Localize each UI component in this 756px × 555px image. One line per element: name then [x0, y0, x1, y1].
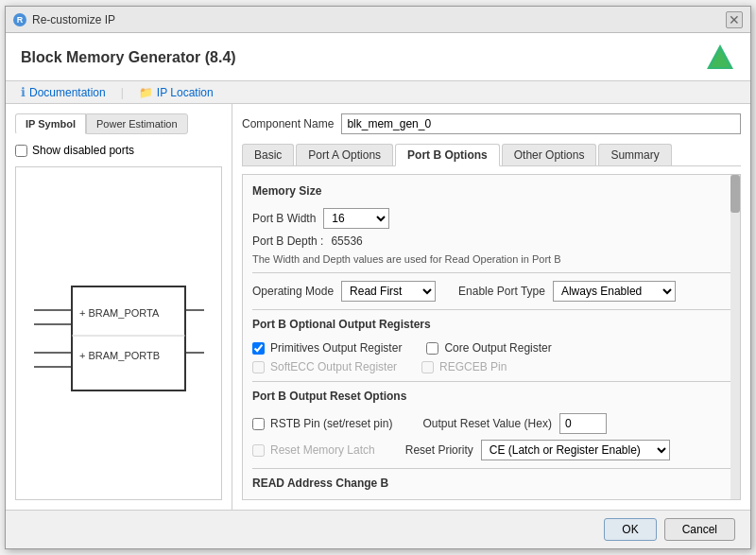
rstb-pin-checkbox[interactable]: [252, 418, 265, 430]
output-reset-value-label: Output Reset Value (Hex): [422, 417, 552, 430]
width-depth-info: The Width and Depth values are used for …: [252, 253, 730, 265]
optional-regs-group: Primitives Output Register Core Output R…: [252, 341, 730, 373]
softecc-output-reg-label: SoftECC Output Register: [270, 360, 397, 373]
documentation-link[interactable]: ℹ Documentation: [21, 85, 106, 99]
title-bar-left: R Re-customize IP: [13, 13, 115, 26]
primitives-output-reg-checkbox[interactable]: [252, 342, 265, 355]
tabs-top: Basic Port A Options Port B Options Othe…: [242, 144, 741, 166]
component-name-row: Component Name: [242, 113, 741, 134]
doc-label: Documentation: [29, 86, 106, 99]
doc-icon: ℹ: [21, 85, 26, 99]
window-title: Re-customize IP: [32, 13, 115, 26]
port-b-width-select[interactable]: 16 8 32 64: [323, 208, 389, 229]
reset-priority-label: Reset Priority: [405, 443, 473, 457]
regceb-pin-label: REGCEB Pin: [439, 360, 507, 373]
port-b-width-row: Port B Width 16 8 32 64: [252, 208, 730, 229]
reset-row-2: Reset Memory Latch Reset Priority CE (La…: [252, 440, 730, 460]
rstb-pin-row: RSTB Pin (set/reset pin): [252, 417, 392, 430]
primitives-output-reg-label: Primitives Output Register: [270, 341, 402, 355]
rstb-pin-label: RSTB Pin (set/reset pin): [270, 417, 392, 430]
show-disabled-label: Show disabled ports: [32, 144, 134, 157]
regceb-pin-checkbox[interactable]: [421, 361, 434, 373]
cancel-button[interactable]: Cancel: [664, 518, 735, 541]
operating-mode-label: Operating Mode: [252, 285, 334, 298]
tab-ip-symbol[interactable]: IP Symbol: [15, 113, 86, 134]
svg-text:+ BRAM_PORTB: + BRAM_PORTB: [79, 350, 160, 361]
component-name-input[interactable]: [341, 113, 741, 134]
optional-regs-header: Port B Optional Output Registers: [252, 318, 730, 334]
memory-size-header: Memory Size: [252, 184, 730, 200]
tab-basic[interactable]: Basic: [242, 144, 294, 165]
softecc-regceb-row: SoftECC Output Register REGCEB Pin: [252, 360, 730, 373]
scrollbar-thumb[interactable]: [730, 175, 740, 213]
reset-section: RSTB Pin (set/reset pin) Output Reset Va…: [252, 413, 730, 460]
ip-location-link[interactable]: 📁 IP Location: [139, 86, 214, 99]
tab-power-estimation[interactable]: Power Estimation: [86, 113, 188, 134]
reset-memory-latch-row: Reset Memory Latch: [252, 443, 375, 457]
folder-icon: 📁: [139, 86, 153, 99]
output-reset-value-row: Output Reset Value (Hex): [422, 413, 607, 434]
enable-port-type-label: Enable Port Type: [458, 285, 545, 298]
port-b-depth-value: 65536: [331, 234, 362, 248]
svg-text:+ BRAM_PORTA: + BRAM_PORTA: [79, 307, 160, 319]
vivado-logo: [705, 43, 735, 73]
bram-symbol-svg: + BRAM_PORTA + BRAM_PORTB: [25, 258, 214, 409]
divider-2: [252, 309, 730, 310]
divider-3: [252, 381, 730, 382]
reset-priority-row: Reset Priority CE (Latch or Register Ena…: [405, 440, 670, 460]
tab-port-a-options[interactable]: Port A Options: [296, 144, 393, 165]
toolbar-separator: |: [121, 86, 124, 99]
ok-button[interactable]: OK: [604, 518, 656, 541]
footer: OK Cancel: [6, 510, 750, 548]
title-bar: R Re-customize IP ✕: [6, 7, 750, 33]
component-name-label: Component Name: [242, 117, 334, 130]
app-title: Block Memory Generator (8.4): [21, 49, 236, 66]
reset-row-1: RSTB Pin (set/reset pin) Output Reset Va…: [252, 413, 730, 434]
toolbar: ℹ Documentation | 📁 IP Location: [6, 81, 750, 104]
tab-summary[interactable]: Summary: [598, 144, 671, 165]
divider-1: [252, 272, 730, 273]
app-icon: R: [13, 13, 26, 26]
core-output-reg-label: Core Output Register: [444, 341, 551, 355]
show-disabled-row: Show disabled ports: [15, 144, 222, 157]
right-panel: Component Name Basic Port A Options Port…: [232, 104, 750, 510]
tab-content: Memory Size Port B Width 16 8 32 64 Port…: [242, 174, 741, 500]
reset-priority-select[interactable]: CE (Latch or Register Enable) S: [481, 440, 670, 460]
read-address-header: READ Address Change B: [252, 477, 730, 493]
show-disabled-checkbox[interactable]: [15, 145, 27, 157]
divider-4: [252, 468, 730, 469]
left-panel: IP Symbol Power Estimation Show disabled…: [6, 104, 232, 510]
reset-memory-latch-checkbox[interactable]: [252, 444, 265, 457]
main-window: R Re-customize IP ✕ Block Memory Generat…: [5, 6, 751, 549]
ip-symbol-box: + BRAM_PORTA + BRAM_PORTB: [15, 166, 222, 500]
enable-port-type-select[interactable]: Always Enabled Use ENA Pin Use ENB Pin: [553, 281, 676, 302]
output-reset-value-input[interactable]: [559, 413, 607, 434]
content-area: IP Symbol Power Estimation Show disabled…: [6, 104, 750, 510]
output-reset-header: Port B Output Reset Options: [252, 390, 730, 406]
header: Block Memory Generator (8.4): [6, 33, 750, 81]
operating-mode-row: Operating Mode Read First Write First No…: [252, 281, 730, 302]
port-b-depth-row: Port B Depth : 65536: [252, 234, 730, 248]
core-output-reg-checkbox[interactable]: [426, 342, 438, 355]
operating-mode-select[interactable]: Read First Write First No Change: [341, 281, 436, 302]
ip-location-label: IP Location: [157, 86, 214, 99]
reset-memory-latch-label: Reset Memory Latch: [270, 443, 375, 457]
scrollbar-track: [730, 175, 740, 499]
primitives-output-reg-row: Primitives Output Register Core Output R…: [252, 341, 730, 355]
svg-rect-6: [72, 286, 185, 390]
left-tabs: IP Symbol Power Estimation: [15, 113, 222, 134]
close-button[interactable]: ✕: [726, 11, 743, 28]
softecc-output-reg-checkbox[interactable]: [252, 361, 265, 373]
tab-other-options[interactable]: Other Options: [502, 144, 597, 165]
port-b-depth-label: Port B Depth :: [252, 234, 323, 248]
port-b-width-label: Port B Width: [252, 212, 316, 225]
tab-port-b-options[interactable]: Port B Options: [395, 144, 500, 166]
